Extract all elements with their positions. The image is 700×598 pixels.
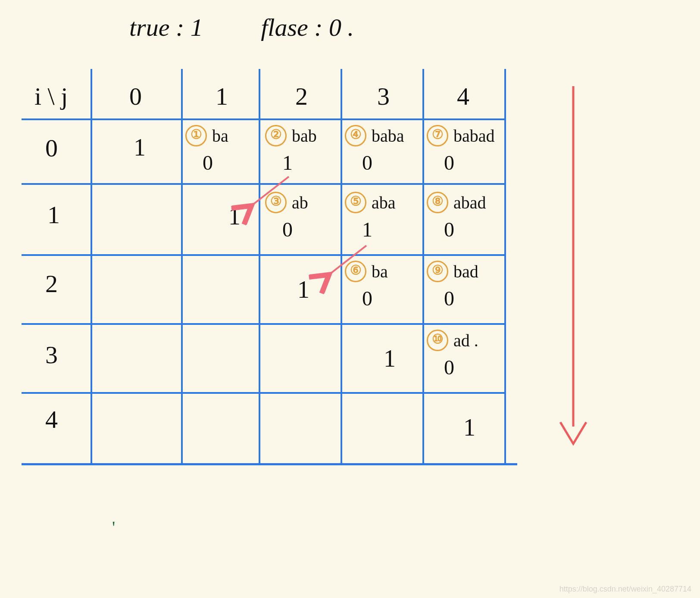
col-header-1: 1 xyxy=(216,82,228,111)
row-header-3: 3 xyxy=(45,340,58,369)
diag-1: 1 xyxy=(228,202,241,230)
cell-0-4: ⑦ babad 0 xyxy=(427,125,509,185)
row-header-0: 0 xyxy=(45,134,58,162)
cell-3-4: ⑩ ad . 0 xyxy=(427,330,509,390)
grid-hline xyxy=(22,254,504,256)
cell-value: 0 xyxy=(282,218,293,241)
legend-true: true : 1 xyxy=(129,13,203,41)
step-badge: ⑨ xyxy=(427,261,448,282)
step-badge: ② xyxy=(265,125,287,146)
col-header-3: 3 xyxy=(377,82,390,111)
diag-2: 1 xyxy=(297,276,309,303)
diag-0: 1 xyxy=(134,134,146,161)
col-header-2: 2 xyxy=(295,82,308,111)
row-header-1: 1 xyxy=(47,200,60,229)
axis-label: i \ j xyxy=(34,82,68,111)
legend: true : 1 flase : 0 . xyxy=(129,13,406,42)
row-header-2: 2 xyxy=(45,269,58,298)
cell-value: 0 xyxy=(362,287,372,310)
cell-substring: aba xyxy=(372,193,396,212)
cell-substring: abad xyxy=(453,193,486,212)
cell-substring: bab xyxy=(292,126,317,146)
dependency-arrow-icon xyxy=(319,241,375,289)
step-badge: ⑧ xyxy=(427,192,448,213)
dependency-arrow-icon xyxy=(241,172,297,220)
cell-value: 0 xyxy=(444,218,454,241)
cell-value: 0 xyxy=(362,151,372,174)
cell-0-3: ④ baba 0 xyxy=(345,125,427,185)
progress-arrow-icon xyxy=(547,86,599,448)
cell-value: 0 xyxy=(444,151,454,174)
cell-substring: bad xyxy=(453,262,478,281)
watermark: https://blog.csdn.net/weixin_40287714 xyxy=(559,585,691,594)
cell-substring: babad xyxy=(453,126,495,146)
cell-substring: ad . xyxy=(453,331,478,350)
grid-hline xyxy=(22,392,504,394)
grid-hline xyxy=(22,323,504,325)
diag-3: 1 xyxy=(384,345,396,372)
cell-substring: ba xyxy=(212,126,228,146)
diag-4: 1 xyxy=(463,414,475,441)
grid-vline xyxy=(181,69,183,463)
col-header-4: 4 xyxy=(457,82,469,111)
cell-value: 0 xyxy=(444,355,454,379)
cell-substring: baba xyxy=(372,126,404,146)
grid-hline xyxy=(22,463,517,465)
step-badge: ⑦ xyxy=(427,125,448,146)
step-badge: ④ xyxy=(345,125,366,146)
step-badge: ⑤ xyxy=(345,192,366,213)
cell-value: 0 xyxy=(444,287,454,310)
cell-value: 0 xyxy=(203,151,213,174)
row-header-4: 4 xyxy=(45,405,58,434)
stray-mark: ' xyxy=(112,517,115,537)
step-badge: ① xyxy=(185,125,207,146)
svg-line-0 xyxy=(250,177,289,207)
cell-1-4: ⑧ abad 0 xyxy=(427,192,509,252)
cell-value: 1 xyxy=(282,151,293,174)
legend-false: flase : 0 . xyxy=(261,13,354,41)
cell-2-4: ⑨ bad 0 xyxy=(427,261,509,321)
cell-value: 1 xyxy=(362,218,372,241)
col-header-0: 0 xyxy=(129,82,142,111)
grid-hline xyxy=(22,118,504,120)
svg-line-1 xyxy=(328,246,366,276)
step-badge: ⑩ xyxy=(427,330,448,351)
grid-vline xyxy=(91,69,92,463)
